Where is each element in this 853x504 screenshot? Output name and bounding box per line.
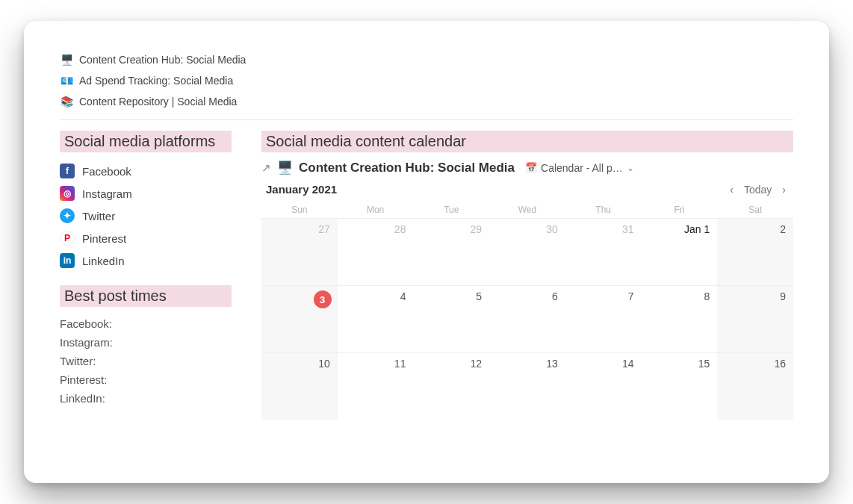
platform-label: LinkedIn xyxy=(82,255,125,267)
top-link-repository[interactable]: 📚 Content Repository | Social Media xyxy=(60,91,793,112)
weekday-label: Sun xyxy=(261,202,338,218)
calendar-cell[interactable]: Jan 1 xyxy=(642,218,718,285)
best-times-list: Facebook: Instagram: Twitter: Pinterest:… xyxy=(60,314,232,408)
top-link-label: Content Creation Hub: Social Media xyxy=(79,54,246,66)
top-link-label: Ad Spend Tracking: Social Media xyxy=(79,75,233,87)
desktop-icon: 🖥️ xyxy=(60,54,73,66)
view-label: Calendar - All p… xyxy=(541,162,623,174)
calendar-cell[interactable]: 8 xyxy=(642,285,718,352)
twitter-icon: ✦ xyxy=(60,208,75,223)
breadcrumb-title[interactable]: Content Creation Hub: Social Media xyxy=(299,161,515,175)
calendar-heading: Social media content calendar xyxy=(261,131,793,152)
weekday-label: Thu xyxy=(565,202,642,218)
calendar-cell[interactable]: 28 xyxy=(338,218,414,285)
calendar-cell[interactable]: 9 xyxy=(717,285,793,352)
calendar-cell[interactable]: 27 xyxy=(261,218,338,285)
calendar-icon: 📅 xyxy=(525,162,537,173)
calendar-cell[interactable]: 4 xyxy=(338,285,414,352)
platforms-heading: Social media platforms xyxy=(60,131,232,152)
breadcrumb: ↗ 🖥️ Content Creation Hub: Social Media … xyxy=(261,160,793,175)
prev-month-button[interactable]: ‹ xyxy=(730,184,733,196)
sidebar: Social media platforms f Facebook ◎ Inst… xyxy=(60,131,232,420)
top-links: 🖥️ Content Creation Hub: Social Media 💶 … xyxy=(60,49,793,112)
platform-label: Pinterest xyxy=(82,232,126,245)
top-link-ad-spend[interactable]: 💶 Ad Spend Tracking: Social Media xyxy=(60,70,793,91)
chevron-down-icon: ⌄ xyxy=(627,163,634,173)
best-time-item: Instagram: xyxy=(60,333,232,352)
calendar-cell[interactable]: 11 xyxy=(338,352,414,420)
today-marker: 3 xyxy=(314,290,332,308)
open-icon[interactable]: ↗ xyxy=(261,161,271,175)
main: Social media content calendar ↗ 🖥️ Conte… xyxy=(261,131,793,420)
weekday-label: Mon xyxy=(338,202,414,218)
calendar-cell[interactable]: 3 xyxy=(261,285,338,352)
linkedin-icon: in xyxy=(60,253,75,268)
today-button[interactable]: Today xyxy=(744,184,772,196)
platform-facebook[interactable]: f Facebook xyxy=(60,160,232,182)
money-icon: 💶 xyxy=(60,75,73,87)
calendar-cell[interactable]: 13 xyxy=(489,352,565,420)
calendar-cell[interactable]: 16 xyxy=(717,352,793,420)
platform-label: Facebook xyxy=(82,165,131,178)
desktop-icon: 🖥️ xyxy=(277,160,293,175)
month-label: January 2021 xyxy=(261,183,337,196)
weekday-label: Sat xyxy=(717,202,793,218)
pinterest-icon: P xyxy=(60,231,75,246)
instagram-icon: ◎ xyxy=(60,186,75,201)
platform-label: Twitter xyxy=(82,210,115,223)
weekday-label: Fri xyxy=(642,202,718,218)
calendar-cell[interactable]: 30 xyxy=(489,218,565,285)
calendar-cell[interactable]: 6 xyxy=(489,285,565,352)
facebook-icon: f xyxy=(60,164,75,178)
platform-instagram[interactable]: ◎ Instagram xyxy=(60,182,232,205)
calendar-cell[interactable]: 31 xyxy=(565,218,642,285)
best-time-item: Pinterest: xyxy=(60,370,232,389)
calendar-cell[interactable]: 7 xyxy=(565,285,642,352)
best-time-item: Twitter: xyxy=(60,352,232,370)
books-icon: 📚 xyxy=(60,96,73,108)
calendar-cell[interactable]: 10 xyxy=(261,352,338,420)
top-link-content-hub[interactable]: 🖥️ Content Creation Hub: Social Media xyxy=(60,49,793,70)
calendar-cell[interactable]: 5 xyxy=(413,285,489,352)
weekday-label: Tue xyxy=(413,202,489,218)
best-times-heading: Best post times xyxy=(60,285,232,307)
calendar-grid: 2728293031Jan 12345678910111213141516 xyxy=(261,218,793,420)
platform-label: Instagram xyxy=(82,187,132,200)
calendar-cell[interactable]: 2 xyxy=(717,218,793,285)
platform-twitter[interactable]: ✦ Twitter xyxy=(60,205,232,227)
divider xyxy=(60,119,793,120)
calendar-cell[interactable]: 15 xyxy=(642,352,718,420)
platform-linkedin[interactable]: in LinkedIn xyxy=(60,249,232,272)
weekday-label: Wed xyxy=(489,202,565,218)
next-month-button[interactable]: › xyxy=(782,184,786,196)
calendar-nav: ‹ Today › xyxy=(730,184,793,196)
calendar-cell[interactable]: 14 xyxy=(565,352,642,420)
platform-pinterest[interactable]: P Pinterest xyxy=(60,227,232,249)
top-link-label: Content Repository | Social Media xyxy=(79,96,237,108)
best-time-item: Facebook: xyxy=(60,314,232,333)
calendar-cell[interactable]: 29 xyxy=(413,218,489,285)
calendar-cell[interactable]: 12 xyxy=(413,352,489,420)
view-switcher[interactable]: 📅 Calendar - All p… ⌄ xyxy=(525,162,634,174)
weekday-row: Sun Mon Tue Wed Thu Fri Sat xyxy=(261,202,793,218)
best-time-item: LinkedIn: xyxy=(60,389,232,408)
